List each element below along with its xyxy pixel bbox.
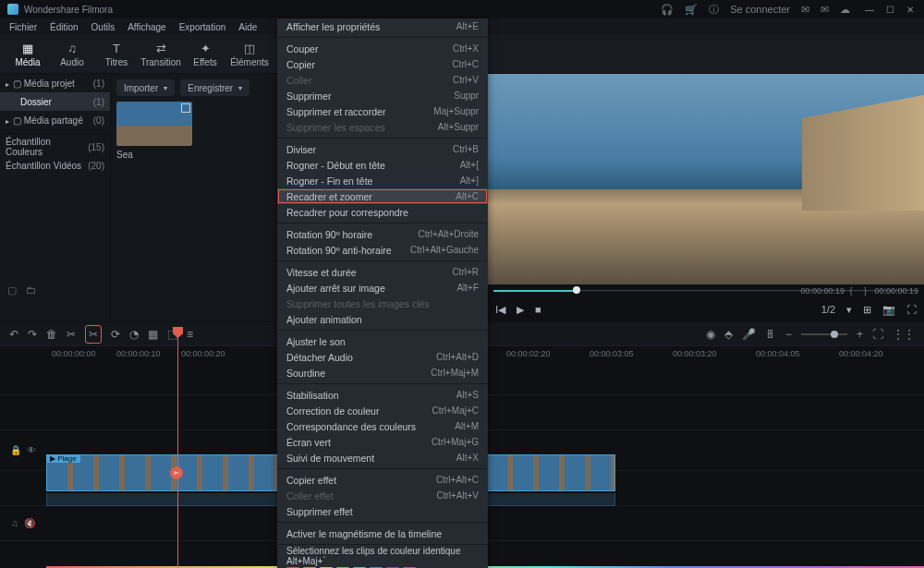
- folder-icon[interactable]: 🗀: [26, 284, 36, 296]
- tab-media[interactable]: ▦Média: [6, 42, 50, 67]
- delete-button[interactable]: 🗑: [46, 328, 57, 341]
- sidebar-item-videos[interactable]: Échantillon Vidéos(20): [0, 156, 110, 175]
- menu-item[interactable]: Ajouter arrêt sur imageAlt+F: [277, 280, 488, 296]
- menu-help[interactable]: Aide: [238, 22, 257, 32]
- cut-button[interactable]: ✂: [67, 328, 76, 341]
- prev-frame-button[interactable]: Ⅰ◀: [495, 304, 505, 316]
- zoom-out-icon[interactable]: −: [785, 328, 792, 341]
- menu-item[interactable]: Recadrer et zoomerAlt+C: [277, 188, 488, 204]
- menu-item: CollerCtrl+V: [277, 72, 488, 88]
- menu-item[interactable]: Vitesse et duréeCtrl+R: [277, 264, 488, 280]
- menu-item[interactable]: Rotation 90º horaireCtrl+Alt+Droite: [277, 226, 488, 242]
- stop-button[interactable]: ■: [535, 304, 541, 315]
- ruler-tick: 00:00:00:00: [52, 349, 96, 358]
- menu-item[interactable]: Activer le magnétisme de la timeline: [277, 526, 488, 541]
- menu-item[interactable]: StabilisationAlt+S: [277, 387, 488, 403]
- new-folder-icon[interactable]: ▢: [7, 284, 17, 296]
- menu-item[interactable]: CouperCtrl+X: [277, 41, 488, 56]
- menu-item[interactable]: SupprimerSuppr: [277, 88, 488, 103]
- mute-icon[interactable]: 🔇: [24, 518, 35, 528]
- sidebar-item-project[interactable]: ▸▢ Média projet(1): [0, 74, 110, 92]
- menu-item[interactable]: CopierCtrl+C: [277, 56, 488, 72]
- preview-progress[interactable]: 00:00:00:19 { } 00:00:00:19: [488, 284, 924, 297]
- media-panel: Importer Enregistrer Sea: [111, 74, 277, 321]
- media-thumbnail[interactable]: Sea: [116, 102, 192, 160]
- cloud-icon[interactable]: ☁: [840, 4, 850, 16]
- menu-export[interactable]: Exportation: [179, 22, 226, 32]
- mail-icon[interactable]: ✉: [821, 4, 829, 16]
- fullscreen-icon[interactable]: ⛶: [906, 304, 917, 315]
- sidebar-item-colors[interactable]: Échantillon Couleurs(15): [0, 138, 110, 156]
- menu-file[interactable]: Fichier: [9, 22, 37, 32]
- ruler-tick: 00:00:00:20: [181, 349, 225, 358]
- menu-item[interactable]: Rotation 90º anti-horaireCtrl+Alt+Gauche: [277, 242, 488, 258]
- save-button[interactable]: Enregistrer: [180, 79, 249, 96]
- menu-item[interactable]: Supprimer et raccorderMaj+Suppr: [277, 103, 488, 119]
- menu-item[interactable]: Correspondance des couleursAlt+M: [277, 418, 488, 434]
- zoom-ratio[interactable]: 1/2: [821, 304, 835, 315]
- menu-edit[interactable]: Édition: [50, 22, 79, 32]
- undo-button[interactable]: ↶: [9, 328, 18, 341]
- tab-effects[interactable]: ✦Effets: [183, 42, 227, 67]
- menu-item[interactable]: Recadrer pour correspondre: [277, 204, 488, 220]
- menu-item[interactable]: Copier effetCtrl+Alt+C: [277, 472, 488, 488]
- menu-tools[interactable]: Outils: [91, 22, 116, 32]
- info-icon[interactable]: ⓘ: [709, 3, 719, 17]
- marker2-icon[interactable]: ⬘: [724, 328, 733, 341]
- menu-item[interactable]: Rogner - Début en têteAlt+[: [277, 157, 488, 173]
- audio-icon: ♫: [67, 42, 77, 55]
- ruler-tick: 00:00:04:20: [839, 349, 883, 358]
- zoom-fit-icon[interactable]: ⛶: [872, 328, 883, 341]
- tab-elements[interactable]: ◫Éléments: [227, 42, 272, 67]
- import-button[interactable]: Importer: [116, 79, 175, 96]
- menu-item[interactable]: Ajouter animation: [277, 311, 488, 327]
- snapshot-icon[interactable]: 📷: [882, 304, 895, 316]
- zoom-slider[interactable]: [801, 333, 847, 335]
- menu-item[interactable]: DiviserCtrl+B: [277, 141, 488, 157]
- mic-icon[interactable]: 🎤: [742, 328, 756, 341]
- menu-item[interactable]: Écran vertCtrl+Maj+G: [277, 434, 488, 450]
- eye-track-icon[interactable]: 👁: [27, 445, 36, 455]
- mixer-icon[interactable]: 🎚: [765, 328, 776, 341]
- menu-item[interactable]: Afficher les propriétésAlt+E: [277, 18, 488, 34]
- preview-video[interactable]: [488, 74, 924, 284]
- quality-icon[interactable]: ⊞: [863, 304, 871, 316]
- title-bar: Wondershare Filmora 🎧 🛒 ⓘ Se connecter ✉…: [0, 0, 924, 18]
- close-button[interactable]: ✕: [904, 5, 917, 15]
- menu-item[interactable]: Détacher AudioCtrl+Alt+D: [277, 349, 488, 365]
- menu-item[interactable]: Ajuster le son: [277, 333, 488, 349]
- sidebar-item-shared[interactable]: ▸▢ Média partagé(0): [0, 111, 110, 129]
- headphones-icon[interactable]: 🎧: [661, 4, 674, 16]
- elements-icon: ◫: [244, 42, 255, 55]
- zoom-dropdown-icon[interactable]: ▾: [846, 304, 852, 316]
- settings2-icon[interactable]: ⋮⋮: [893, 328, 915, 341]
- playhead[interactable]: [177, 327, 178, 568]
- message-icon[interactable]: ✉: [801, 4, 809, 16]
- login-link[interactable]: Se connecter: [730, 4, 790, 15]
- zoom-in-icon[interactable]: +: [857, 328, 863, 341]
- clip-cut-marker[interactable]: ✂: [170, 466, 183, 479]
- crop-button[interactable]: ✂: [85, 325, 102, 344]
- eye-icon[interactable]: ◉: [706, 328, 715, 341]
- settings-button[interactable]: ≡: [187, 328, 193, 341]
- minimize-button[interactable]: —: [863, 5, 876, 15]
- speed-button[interactable]: ⟳: [111, 328, 120, 341]
- menu-item[interactable]: Suivi de mouvementAlt+X: [277, 450, 488, 465]
- redo-button[interactable]: ↷: [28, 328, 37, 341]
- ruler-tick: 00:00:03:05: [590, 349, 634, 358]
- tab-titles[interactable]: TTitres: [94, 42, 139, 67]
- tab-transition[interactable]: ⇄Transition: [139, 42, 183, 67]
- tab-audio[interactable]: ♫Audio: [50, 42, 94, 67]
- menu-item[interactable]: SourdineCtrl+Maj+M: [277, 365, 488, 381]
- greenscreen-button[interactable]: ▦: [148, 328, 158, 341]
- maximize-button[interactable]: ☐: [883, 5, 896, 15]
- play-button[interactable]: ▶: [517, 304, 524, 316]
- lock-icon[interactable]: 🔒: [10, 445, 21, 455]
- cart-icon[interactable]: 🛒: [685, 4, 698, 16]
- color-button[interactable]: ◔: [129, 328, 139, 341]
- sidebar-item-folder[interactable]: Dossier(1): [0, 92, 110, 111]
- menu-item[interactable]: Rogner - Fin en têteAlt+]: [277, 173, 488, 188]
- menu-view[interactable]: Affichage: [128, 22, 166, 32]
- menu-item[interactable]: Correction de couleurCtrl+Maj+C: [277, 403, 488, 418]
- menu-item[interactable]: Supprimer effet: [277, 503, 488, 519]
